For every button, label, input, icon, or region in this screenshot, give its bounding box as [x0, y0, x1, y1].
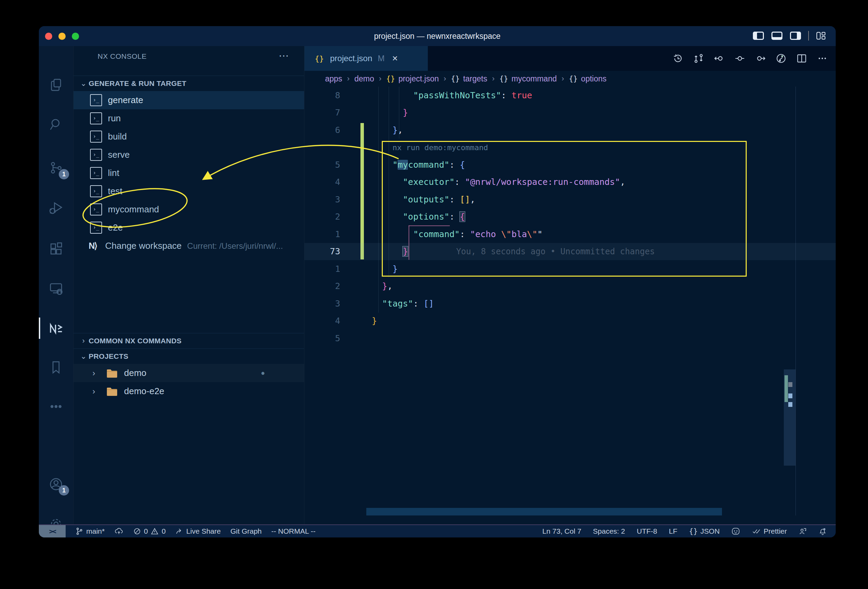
- sync-changes-button[interactable]: [114, 527, 123, 535]
- code-line[interactable]: 2 "options": {: [304, 208, 836, 226]
- toggle-panel-icon[interactable]: [771, 31, 783, 41]
- activity-bar: 1 1 1: [39, 46, 73, 525]
- indentation-setting[interactable]: Spaces: 2: [593, 527, 625, 535]
- git-branch-status[interactable]: main*: [75, 527, 105, 535]
- language-mode[interactable]: {}JSON: [689, 527, 720, 535]
- horizontal-scrollbar[interactable]: [366, 508, 722, 515]
- target-item-test[interactable]: ›_test: [74, 182, 304, 200]
- bookmarks-icon[interactable]: [39, 353, 73, 382]
- extensions-icon[interactable]: [39, 234, 73, 263]
- code-line[interactable]: 6 },: [304, 121, 836, 139]
- target-item-run[interactable]: ›_run: [74, 109, 304, 127]
- previous-change-icon[interactable]: [714, 53, 725, 64]
- target-item-e2e[interactable]: ›_e2e: [74, 218, 304, 237]
- line-number: 1: [304, 229, 346, 239]
- code-line[interactable]: 4 "executor": "@nrwl/workspace:run-comma…: [304, 174, 836, 191]
- breadcrumb-project-json[interactable]: {}project.json: [386, 74, 439, 84]
- section-header-projects[interactable]: ⌄ PROJECTS: [74, 349, 304, 364]
- section-header-generate[interactable]: ⌄ GENERATE & RUN TARGET: [74, 76, 304, 91]
- breadcrumb-demo[interactable]: demo: [354, 74, 374, 84]
- breadcrumb-targets[interactable]: {}targets: [451, 74, 487, 84]
- next-change-icon[interactable]: [755, 53, 766, 64]
- run-debug-icon[interactable]: [39, 193, 73, 223]
- git-compare-icon[interactable]: [693, 53, 704, 64]
- section-header-common[interactable]: › COMMON NX COMMANDS: [74, 333, 304, 348]
- git-graph-label: Git Graph: [230, 527, 261, 535]
- prettier-status[interactable]: Prettier: [752, 527, 787, 535]
- feedback-button[interactable]: [799, 527, 807, 535]
- code-line[interactable]: 2 },: [304, 278, 836, 295]
- terminal-icon: ›_: [90, 94, 102, 106]
- chevron-right-icon: ›: [92, 368, 103, 378]
- more-actions-icon[interactable]: [817, 53, 828, 64]
- search-icon[interactable]: [39, 109, 73, 139]
- encoding-setting[interactable]: UTF-8: [637, 527, 657, 535]
- octoface-icon: [731, 527, 740, 535]
- source-control-icon[interactable]: 1: [39, 153, 73, 183]
- code-text: },: [346, 125, 403, 135]
- change-workspace-label: Change workspace: [105, 241, 182, 251]
- more-views-icon[interactable]: [39, 392, 73, 421]
- project-item-demo-e2e[interactable]: › demo-e2e: [74, 382, 304, 400]
- target-item-lint[interactable]: ›_lint: [74, 164, 304, 182]
- tab-project-json[interactable]: {} project.json M ×: [304, 46, 428, 71]
- target-item-mycommand[interactable]: ›_mycommand: [74, 200, 304, 218]
- close-icon[interactable]: ×: [392, 53, 397, 64]
- customize-layout-icon[interactable]: [816, 31, 826, 41]
- git-graph-button[interactable]: Git Graph: [230, 527, 261, 535]
- eol-setting[interactable]: LF: [669, 527, 677, 535]
- code-line[interactable]: 73 }You, 8 seconds ago • Uncommitted cha…: [304, 243, 836, 260]
- code-line[interactable]: 1 "command": "echo \"bla\"": [304, 226, 836, 243]
- breadcrumb-options[interactable]: {}options: [569, 74, 607, 84]
- code-line[interactable]: 1 }: [304, 260, 836, 278]
- octoface-button[interactable]: [731, 527, 740, 535]
- vim-mode-indicator[interactable]: -- NORMAL --: [272, 527, 316, 535]
- problems-status[interactable]: 0 0: [133, 527, 165, 535]
- json-braces-icon: {}: [499, 75, 508, 83]
- code-line[interactable]: 3 "tags": []: [304, 295, 836, 312]
- git-blame-annotation: You, 8 seconds ago • Uncommitted changes: [456, 247, 655, 256]
- codelens-line[interactable]: nx run demo:mycommand: [304, 139, 836, 156]
- code-text: "outputs": [],: [346, 195, 475, 204]
- terminal-icon: ›_: [90, 185, 102, 197]
- current-change-icon[interactable]: [734, 53, 745, 64]
- code-line[interactable]: 5 "mycommand": {: [304, 156, 836, 174]
- overview-ruler-mark: [788, 402, 793, 407]
- code-line[interactable]: 4}: [304, 312, 836, 330]
- terminal-icon: ›_: [90, 204, 102, 216]
- live-share-button[interactable]: Live Share: [175, 527, 221, 535]
- code-text: nx run demo:mycommand: [346, 142, 488, 152]
- target-item-serve[interactable]: ›_serve: [74, 146, 304, 164]
- change-workspace-item[interactable]: N⟩ Change workspace Current: /Users/juri…: [74, 237, 304, 255]
- remote-indicator[interactable]: ><: [39, 525, 66, 537]
- split-editor-icon[interactable]: [796, 53, 807, 64]
- section-label: COMMON NX COMMANDS: [89, 337, 182, 345]
- breadcrumb-mycommand[interactable]: {}mycommand: [499, 74, 557, 84]
- sidebar-more-actions-icon[interactable]: ⋯: [279, 49, 289, 62]
- breadcrumb-separator: ›: [444, 74, 446, 83]
- code-line[interactable]: 7 }: [304, 104, 836, 122]
- json-braces-icon: {}: [569, 75, 578, 83]
- cursor-position[interactable]: Ln 73, Col 7: [542, 527, 581, 535]
- target-item-generate[interactable]: ›_generate: [74, 91, 304, 109]
- notifications-button[interactable]: [819, 527, 827, 535]
- gitlens-graph-icon[interactable]: [776, 53, 787, 64]
- toggle-sidebar-left-icon[interactable]: [753, 31, 764, 41]
- explorer-icon[interactable]: [39, 70, 73, 100]
- target-item-build[interactable]: ›_build: [74, 127, 304, 146]
- nx-console-icon[interactable]: [39, 313, 73, 343]
- remote-explorer-icon[interactable]: [39, 273, 73, 303]
- target-label: generate: [108, 95, 143, 105]
- code-editor[interactable]: 8 "passWithNoTests": true7 }6 }, nx run …: [304, 87, 836, 515]
- project-item-demo[interactable]: › demo ●: [74, 364, 304, 382]
- line-number: 8: [304, 90, 346, 100]
- code-line[interactable]: 3 "outputs": [],: [304, 191, 836, 208]
- line-number: 3: [304, 299, 346, 309]
- feedback-person-icon: [799, 527, 807, 535]
- toggle-sidebar-right-icon[interactable]: [790, 31, 802, 41]
- accounts-icon[interactable]: 1: [39, 469, 73, 499]
- breadcrumb-apps[interactable]: apps: [325, 74, 342, 84]
- code-line[interactable]: 5: [304, 329, 836, 347]
- code-line[interactable]: 8 "passWithNoTests": true: [304, 87, 836, 104]
- timeline-icon[interactable]: [673, 53, 683, 64]
